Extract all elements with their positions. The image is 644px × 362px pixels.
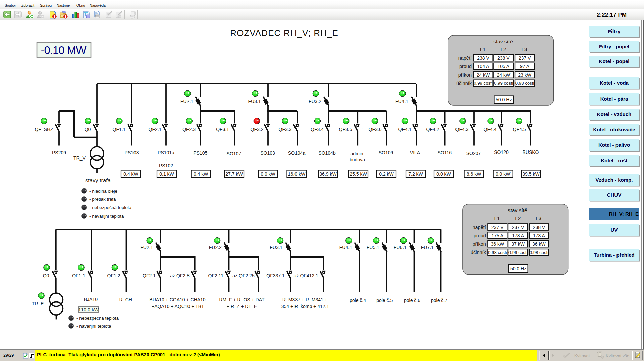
svg-text:0.98 cosfi: 0.98 cosfi [488, 250, 507, 255]
svg-text:QF4.4: QF4.4 [484, 127, 497, 132]
svg-text:FU2.1: FU2.1 [140, 245, 153, 250]
svg-text:36 kW: 36 kW [532, 241, 546, 247]
svg-text:stav sítě: stav sítě [493, 39, 513, 44]
svg-text:L1: L1 [494, 215, 500, 221]
svg-text:QF2.1: QF2.1 [149, 127, 162, 132]
svg-text:175 A: 175 A [491, 233, 503, 238]
svg-text:237 V: 237 V [519, 55, 531, 61]
svg-text:0.98 cosfi: 0.98 cosfi [530, 250, 549, 255]
svg-text:BUA10 + CGA10 + CHA10: BUA10 + CGA10 + CHA10 [149, 297, 206, 302]
svg-text:FU2.1: FU2.1 [180, 99, 193, 104]
svg-text:L3: L3 [536, 215, 541, 221]
svg-text:+AQA10 + AQC10 + TB1: +AQA10 + AQC10 + TB1 [152, 304, 204, 309]
svg-text:0.4 kW: 0.4 kW [123, 171, 138, 177]
svg-text:0.0 kW: 0.0 kW [261, 171, 275, 177]
svg-text:QF1.1: QF1.1 [113, 127, 126, 132]
svg-text:- nebezpečná teplota: - nebezpečná teplota [89, 205, 132, 210]
svg-text:QF2.11: QF2.11 [208, 273, 224, 278]
svg-text:příkon: příkon [458, 72, 472, 78]
svg-text:SO107: SO107 [227, 151, 241, 156]
svg-text:238 V: 238 V [533, 225, 545, 230]
svg-text:25.5 kW: 25.5 kW [350, 171, 367, 177]
svg-text:QF3.5: QF3.5 [339, 127, 352, 132]
svg-text:FU4.1: FU4.1 [395, 99, 408, 104]
svg-text:+ R_Z + DT_E: + R_Z + DT_E [227, 304, 257, 309]
svg-text:SO109: SO109 [379, 150, 393, 155]
svg-text:pole č.4: pole č.4 [350, 298, 366, 303]
svg-text:24 kW: 24 kW [477, 72, 490, 78]
svg-text:SO104b: SO104b [318, 150, 336, 156]
svg-text:QF4.2: QF4.2 [426, 127, 439, 132]
svg-text:PS103: PS103 [125, 150, 139, 155]
svg-text:Q0: Q0 [43, 273, 49, 278]
svg-text:0.99 cosfi: 0.99 cosfi [474, 81, 493, 86]
svg-text:R_CH: R_CH [119, 297, 132, 302]
svg-text:238 V: 238 V [477, 55, 489, 61]
svg-text:proud: proud [459, 64, 472, 69]
svg-text:0.0 kW: 0.0 kW [436, 171, 451, 177]
svg-text:PS209: PS209 [52, 150, 66, 155]
svg-text:QF2.3: QF2.3 [182, 127, 196, 132]
svg-text:SO116: SO116 [438, 150, 452, 155]
svg-text:Q0: Q0 [85, 127, 91, 132]
svg-text:FU3.1: FU3.1 [248, 99, 261, 104]
svg-text:SO207: SO207 [466, 150, 481, 156]
svg-text:237 V: 237 V [491, 225, 504, 230]
svg-text:105 A: 105 A [497, 64, 509, 69]
svg-text:až QF2.8: až QF2.8 [170, 273, 190, 278]
svg-text:budova: budova [350, 157, 365, 162]
svg-text:FU7.1: FU7.1 [421, 245, 434, 250]
svg-text:354 + R_komp + 412.1: 354 + R_komp + 412.1 [281, 304, 329, 309]
svg-text:- hladina oleje: - hladina oleje [89, 189, 117, 194]
svg-text:FU4.1: FU4.1 [339, 245, 352, 250]
svg-text:admin.: admin. [350, 151, 364, 156]
svg-text:PS105: PS105 [193, 150, 207, 156]
svg-text:QF3.1: QF3.1 [216, 127, 229, 132]
svg-text:proud: proud [474, 233, 486, 238]
svg-text:- nebezpečná teplota: - nebezpečná teplota [76, 316, 119, 321]
svg-text:účinník: účinník [456, 81, 472, 86]
svg-text:8.6 kW: 8.6 kW [467, 171, 481, 177]
svg-text:97 A: 97 A [520, 64, 530, 69]
svg-text:RM_F + R_OS + DAT: RM_F + R_OS + DAT [219, 297, 265, 302]
svg-text:pole č.6: pole č.6 [404, 298, 420, 303]
svg-text:237 V: 237 V [512, 225, 524, 230]
svg-text:QF4.3: QF4.3 [455, 127, 469, 132]
svg-text:0.4 kW: 0.4 kW [194, 171, 208, 177]
svg-text:napětí: napětí [472, 225, 486, 230]
svg-text:QF2.1: QF2.1 [143, 273, 156, 278]
svg-text:QF3.4: QF3.4 [311, 127, 324, 132]
svg-text:23 kW: 23 kW [518, 72, 531, 78]
svg-text:37 kW: 37 kW [511, 241, 525, 247]
svg-text::: : [361, 126, 363, 131]
svg-text:QF4.5: QF4.5 [513, 127, 526, 132]
svg-text:FU6.1: FU6.1 [394, 245, 407, 250]
svg-text:stav sítě: stav sítě [508, 207, 527, 213]
svg-text:L2: L2 [500, 46, 506, 52]
svg-text:178 A: 178 A [512, 233, 524, 238]
svg-text:173 A: 173 A [533, 233, 545, 238]
svg-text:stavy trafa: stavy trafa [85, 177, 111, 183]
svg-text:QF1.2: QF1.2 [107, 273, 120, 278]
svg-text:36 kW: 36 kW [491, 241, 504, 247]
svg-text:SO120: SO120 [494, 149, 509, 155]
svg-text:39.5 kW: 39.5 kW [522, 171, 540, 177]
svg-text:0.1 kW: 0.1 kW [159, 171, 174, 177]
svg-text:až QF412.1: až QF412.1 [294, 273, 318, 278]
svg-text:až QF2.25: až QF2.25 [232, 273, 255, 278]
svg-text:24 kW: 24 kW [497, 72, 510, 78]
svg-text:L1: L1 [480, 46, 486, 52]
svg-text:0.0 kW: 0.0 kW [496, 171, 511, 177]
svg-text:QF3.6: QF3.6 [369, 127, 382, 132]
svg-text:110.0 kW: 110.0 kW [78, 307, 99, 312]
svg-text:-0.10 MW: -0.10 MW [41, 44, 87, 56]
svg-text:FU2.2: FU2.2 [209, 245, 222, 250]
svg-text:- havarijní teplota: - havarijní teplota [89, 214, 124, 219]
svg-text:BUSKO: BUSKO [522, 149, 539, 155]
svg-text:QF3.2: QF3.2 [251, 127, 264, 132]
svg-text:QF337.1: QF337.1 [266, 273, 285, 278]
svg-text:R_M337 + R_M341 +: R_M337 + R_M341 + [282, 297, 327, 302]
svg-text:0.99 cosfi: 0.99 cosfi [494, 81, 513, 86]
svg-text:QF4.1: QF4.1 [398, 127, 412, 132]
svg-text:PS102: PS102 [159, 163, 173, 168]
